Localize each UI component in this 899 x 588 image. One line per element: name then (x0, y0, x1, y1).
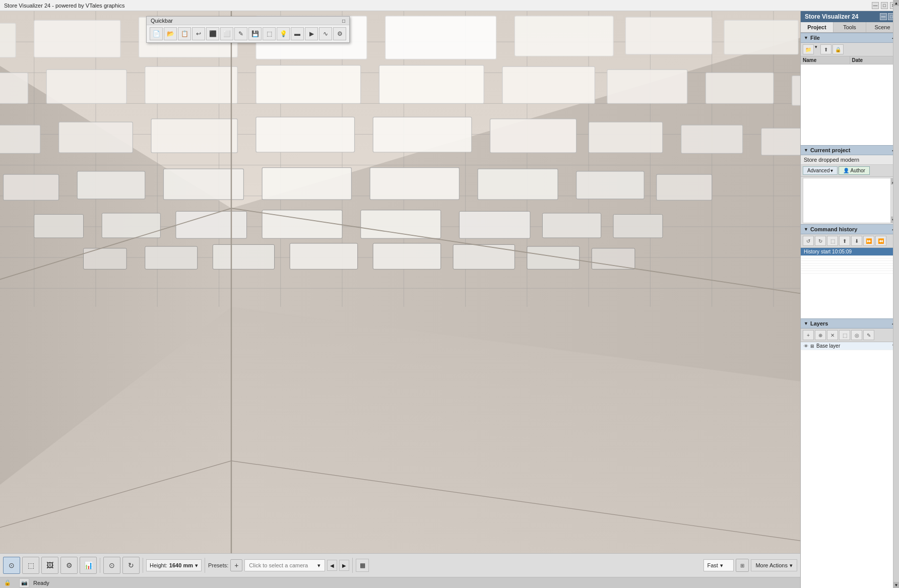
file-project-dropdown[interactable]: ▾ (815, 44, 817, 54)
add-sublayer-btn[interactable]: ⊕ (815, 330, 826, 340)
svg-rect-55 (761, 128, 800, 155)
svg-rect-65 (102, 213, 160, 238)
cmd-history-expand-icon: ▼ (804, 227, 808, 232)
del-layer-btn[interactable]: ✕ (827, 330, 838, 340)
box-view-btn[interactable]: ⬚ (22, 557, 39, 574)
layers-scroll-down[interactable]: ▼ (893, 582, 899, 588)
tab-project-label: Project (807, 24, 826, 30)
svg-rect-36 (724, 20, 798, 54)
panel-minimize-btn[interactable]: — (880, 13, 887, 20)
panel-tabs: Project Tools Scene (801, 22, 899, 33)
layers-header[interactable]: ▼ Layers ◀ (801, 318, 899, 329)
svg-rect-62 (576, 171, 645, 199)
svg-rect-66 (176, 211, 247, 238)
cmd-copy-btn[interactable]: ⬚ (827, 236, 838, 246)
add-layer-btn[interactable]: + (803, 330, 814, 340)
qb-renderbar[interactable]: ▬ (291, 27, 304, 40)
right-panel: Store Visualizer 24 — □ Project Tools Sc… (800, 11, 899, 588)
svg-rect-29 (0, 23, 16, 57)
layer-eye-icon[interactable]: 👁 (804, 344, 808, 349)
status-row: 🔒 📷 Ready (0, 577, 800, 588)
height-arrow-icon[interactable]: ▾ (195, 562, 198, 569)
file-project-btn[interactable]: 📁 (803, 44, 814, 54)
copy-layer-btn[interactable]: ⬚ (839, 330, 850, 340)
camera-next-btn[interactable]: ▶ (339, 560, 349, 571)
qb-frame[interactable]: ⬚ (263, 27, 276, 40)
add-preset-btn[interactable]: + (230, 559, 242, 571)
cmd-history-header[interactable]: ▼ Command history ◀ (801, 224, 899, 234)
qb-edit[interactable]: ✎ (234, 27, 247, 40)
grid-toggle-btn[interactable]: ▦ (356, 559, 369, 572)
qb-undo[interactable]: ↩ (192, 27, 205, 40)
ready-status: Ready (33, 580, 49, 586)
history-item-7[interactable] (801, 271, 899, 274)
quickbar-title-bar[interactable]: Quickbar □ (147, 17, 349, 25)
qb-select[interactable]: ⬜ (220, 27, 233, 40)
cmd-up-btn[interactable]: ⬆ (839, 236, 850, 246)
minimize-btn[interactable]: — (872, 2, 879, 9)
tab-project[interactable]: Project (801, 22, 833, 32)
camera-placeholder-text: Click to select a camera (249, 562, 308, 568)
svg-rect-49 (151, 119, 237, 153)
layers-scrollbar[interactable]: ▲ ▼ (893, 11, 899, 588)
edit-layer-btn[interactable]: ✎ (863, 330, 874, 340)
cmd-redo-btn[interactable]: ↻ (815, 236, 826, 246)
author-btn-label: Author (850, 168, 865, 173)
svg-rect-54 (681, 125, 743, 153)
bottom-toolbar-row: ⊙ ⬚ 🖼 ⚙ 📊 ⊙ ↻ Height: 1640 mm ▾ Pr (0, 554, 800, 577)
file-up-btn[interactable]: ⬆ (820, 44, 831, 54)
layer-name-text: Base layer (816, 343, 840, 349)
title-bar: Store Visualizer 24 - powered by VTales … (0, 0, 899, 11)
camera-selector[interactable]: Click to select a camera ▾ (244, 559, 325, 571)
cmd-undo-btn[interactable]: ↺ (803, 236, 814, 246)
current-project-header[interactable]: ▼ Current project ◀ (801, 145, 899, 155)
file-section-header[interactable]: ▼ File ◀ (801, 33, 899, 43)
cmd-toolbar: ↺ ↻ ⬚ ⬆ ⬇ ⏩ ⏪ (801, 234, 899, 248)
svg-rect-41 (256, 66, 361, 104)
screenshot-btn[interactable]: 📷 (19, 578, 29, 587)
qb-open[interactable]: 📂 (164, 27, 177, 40)
qb-save[interactable]: 💾 (248, 27, 262, 40)
svg-rect-57 (77, 171, 145, 199)
file-list-header: Name Date (801, 56, 899, 64)
more-actions-btn[interactable]: More Actions ▾ (751, 559, 797, 571)
refresh-btn[interactable]: ↻ (122, 557, 140, 574)
3d-viewport[interactable]: Quickbar □ 📄 📂 📋 ↩ ⬛ ⬜ ✎ 💾 ⬚ 💡 ▬ ▶ ∿ (0, 11, 800, 553)
qb-curve[interactable]: ∿ (319, 27, 332, 40)
file-lock-btn[interactable]: 🔒 (832, 44, 844, 54)
grid-view-btn[interactable]: ⊞ (736, 559, 749, 572)
qb-paste[interactable]: 📋 (178, 27, 191, 40)
svg-rect-42 (379, 66, 484, 104)
camera-prev-btn[interactable]: ◀ (327, 560, 337, 571)
layer-item-base[interactable]: 👁 ⊞ Base layer ✎ (801, 342, 899, 350)
cmd-down-btn[interactable]: ⬇ (851, 236, 862, 246)
orbit-view-btn[interactable]: ⊙ (3, 557, 20, 574)
layer-expand-icon: ⊞ (810, 344, 814, 349)
cmd-skip-btn[interactable]: ⏩ (863, 236, 874, 246)
svg-rect-34 (515, 16, 613, 56)
file-section-title: File (810, 35, 820, 41)
project-notes[interactable]: ▲ ▼ (803, 178, 897, 223)
orbit-btn[interactable]: ⊙ (103, 557, 120, 574)
qb-light[interactable]: 💡 (277, 27, 290, 40)
app-title: Store Visualizer 24 - powered by VTales … (4, 3, 124, 9)
maximize-btn[interactable]: □ (881, 2, 888, 9)
quality-selector[interactable]: Fast ▾ (703, 559, 734, 571)
qb-new[interactable]: 📄 (150, 27, 163, 40)
cmd-back-btn[interactable]: ⏪ (875, 236, 886, 246)
target-layer-btn[interactable]: ◎ (851, 330, 862, 340)
chart-view-btn[interactable]: 📊 (80, 557, 97, 574)
tab-tools[interactable]: Tools (833, 22, 866, 32)
quickbar-label: Quickbar (151, 18, 173, 24)
qb-play[interactable]: ▶ (305, 27, 318, 40)
qb-settings[interactable]: ⚙ (333, 27, 346, 40)
quickbar-close-btn[interactable]: □ (342, 18, 345, 24)
qb-object[interactable]: ⬛ (206, 27, 219, 40)
viewport-bottom: ⊙ ⬚ 🖼 ⚙ 📊 ⊙ ↻ Height: 1640 mm ▾ Pr (0, 553, 800, 588)
advanced-btn[interactable]: Advanced ▾ (803, 166, 838, 175)
tab-scene-label: Scene (874, 24, 890, 30)
history-item-0[interactable]: History start 10:05:09 (801, 248, 899, 256)
settings-view-btn[interactable]: ⚙ (60, 557, 78, 574)
author-btn[interactable]: 👤 Author (839, 166, 869, 175)
image-view-btn[interactable]: 🖼 (41, 557, 58, 574)
